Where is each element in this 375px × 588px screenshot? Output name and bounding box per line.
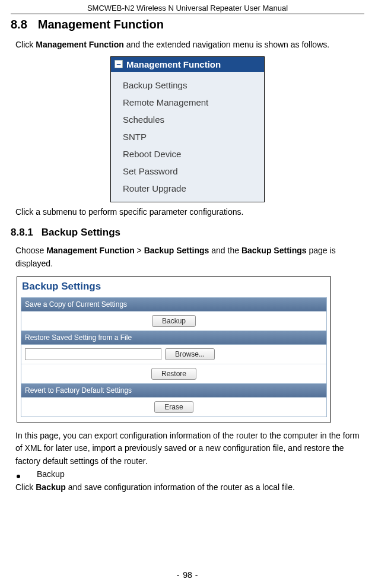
page-content: 8.8Management Function Click Management … <box>0 18 375 494</box>
backup-button: Backup <box>152 315 196 327</box>
text: and the <box>209 246 241 255</box>
bullet-icon <box>17 475 20 478</box>
panel-header: Revert to Factory Default Settings <box>21 384 326 398</box>
page-footer: - 98 - <box>0 570 375 580</box>
panel-restore: Restore Saved Setting from a File Browse… <box>21 331 327 384</box>
collapse-icon: − <box>115 60 123 68</box>
nav-item: Router Upgrade <box>113 180 262 197</box>
subsection-title: Backup Settings <box>42 227 120 238</box>
nav-item: SNTP <box>113 128 262 145</box>
file-path-input <box>25 348 161 360</box>
text: and save configuration information of th… <box>66 482 295 492</box>
erase-button: Erase <box>154 401 193 413</box>
text: Choose <box>15 246 46 255</box>
bullet-label: Backup <box>37 469 65 479</box>
bullet-description: Click Backup and save configuration info… <box>15 481 362 494</box>
nav-item: Backup Settings <box>113 77 262 94</box>
footer-dash-right: - <box>192 570 199 580</box>
panel-body: Browse... <box>21 345 326 364</box>
panel-revert: Revert to Factory Default Settings Erase <box>21 384 327 417</box>
text-bold: Backup <box>36 482 66 492</box>
panel-body: Restore <box>21 364 326 383</box>
text-bold: Backup Settings <box>144 246 209 255</box>
figure-nav-menu: − Management Function Backup Settings Re… <box>110 56 265 202</box>
panel-body: Erase <box>21 398 326 417</box>
browse-button: Browse... <box>165 348 215 360</box>
panel-save-copy: Save a Copy of Current Settings Backup <box>21 297 327 331</box>
text-bold: Backup Settings <box>241 246 307 255</box>
text-bold: Management Function <box>36 40 124 49</box>
nav-item: Schedules <box>113 111 262 128</box>
footer-dash-left: - <box>177 570 183 580</box>
product-name: SMCWEB-N2 Wireless N Universal Repeater … <box>87 4 288 12</box>
subsection-intro: Choose Management Function > Backup Sett… <box>15 244 362 270</box>
text: Click <box>15 40 36 49</box>
panel-body: Backup <box>21 312 326 330</box>
text: and the extended navigation menu is show… <box>124 40 329 49</box>
nav-item: Reboot Device <box>113 145 262 163</box>
nav-menu-title: Management Function <box>126 59 221 69</box>
section-intro: Click Management Function and the extend… <box>15 39 362 52</box>
subsection-number: 8.8.1 <box>11 227 33 238</box>
page-number: 98 <box>183 570 192 580</box>
text: Click <box>15 482 36 492</box>
nav-menu-body: Backup Settings Remote Management Schedu… <box>111 72 264 202</box>
text-bold: Management Function <box>46 246 135 255</box>
page-header: SMCWEB-N2 Wireless N Universal Repeater … <box>11 0 364 14</box>
bullet-backup: Backup <box>17 469 362 479</box>
section-number: 8.8 <box>11 18 27 31</box>
nav-menu-header: − Management Function <box>111 57 264 72</box>
panel-header: Restore Saved Setting from a File <box>21 331 326 345</box>
restore-button: Restore <box>151 368 196 380</box>
backup-title: Backup Settings <box>22 281 327 293</box>
text: > <box>135 246 144 255</box>
after-backup-text: In this page, you can export configurati… <box>15 430 362 468</box>
nav-item: Set Password <box>113 163 262 180</box>
subsection-heading: 8.8.1Backup Settings <box>11 227 362 239</box>
after-menu-text: Click a submenu to perform specific para… <box>15 206 362 219</box>
section-heading: 8.8Management Function <box>11 18 362 31</box>
nav-item: Remote Management <box>113 94 262 111</box>
section-title: Management Function <box>38 18 164 31</box>
panel-header: Save a Copy of Current Settings <box>21 298 326 312</box>
figure-backup-settings: Backup Settings Save a Copy of Current S… <box>17 276 331 422</box>
